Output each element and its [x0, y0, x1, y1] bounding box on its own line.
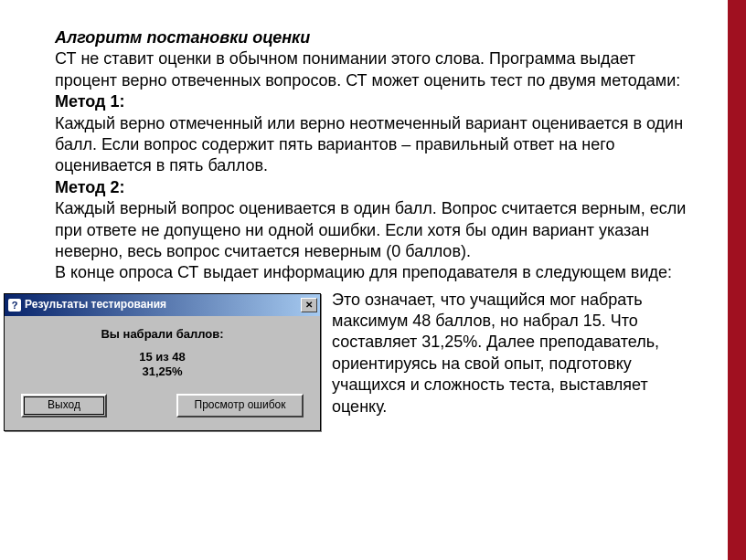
method1-label: Метод 1: [55, 92, 125, 111]
method2-text: Каждый верный вопрос оценивается в один … [55, 199, 686, 260]
explanation-text: Это означает, что учащийся мог набрать м… [321, 290, 700, 417]
results-dialog: ? Результаты тестирования ✕ Вы набрали б… [4, 293, 321, 431]
score-value: 15 из 48 [139, 350, 186, 364]
exit-button[interactable]: Выход [21, 394, 107, 417]
summary-line: В конце опроса СТ выдает информацию для … [55, 263, 672, 281]
score-percent: 31,25% [142, 365, 182, 378]
heading: Алгоритм постановки оценки [55, 28, 310, 47]
dialog-title: Результаты тестирования [25, 298, 166, 312]
view-errors-button[interactable]: Просмотр ошибок [176, 394, 304, 417]
method2-label: Метод 2: [55, 178, 125, 196]
intro-text: СТ не ставит оценки в обычном понимании … [55, 49, 680, 89]
score-label: Вы набрали баллов: [14, 327, 311, 343]
accent-bar [728, 0, 746, 560]
main-content: Алгоритм постановки оценки СТ не ставит … [0, 0, 746, 440]
close-icon[interactable]: ✕ [301, 298, 317, 312]
method1-text: Каждый верно отмеченный или верно неотме… [55, 114, 683, 175]
dialog-titlebar: ? Результаты тестирования ✕ [5, 294, 320, 316]
help-icon: ? [8, 299, 21, 312]
